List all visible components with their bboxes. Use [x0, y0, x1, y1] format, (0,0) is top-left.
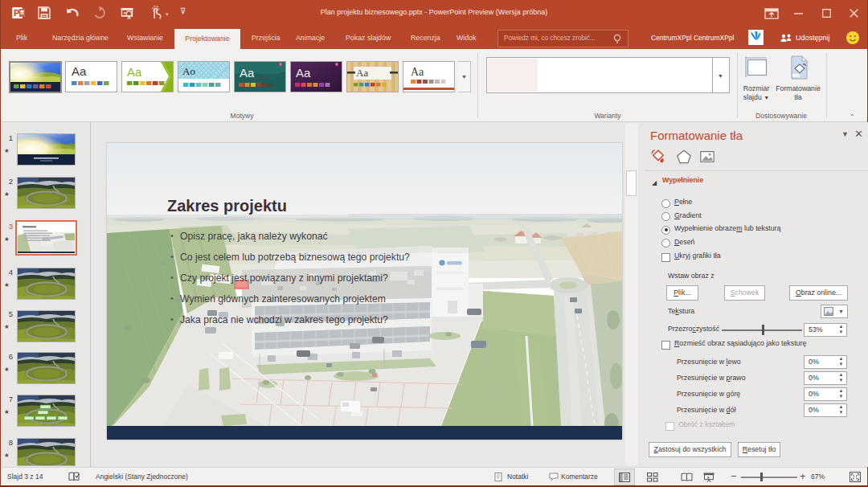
svg-text:Aa: Aa [356, 67, 368, 79]
svg-text:Aa: Aa [127, 65, 142, 79]
svg-text:Aa: Aa [296, 66, 311, 80]
svg-text:Aa: Aa [72, 64, 87, 78]
svg-text:Aa: Aa [411, 66, 424, 78]
svg-text:Ao: Ao [182, 65, 195, 77]
svg-text:Aa: Aa [240, 66, 255, 80]
